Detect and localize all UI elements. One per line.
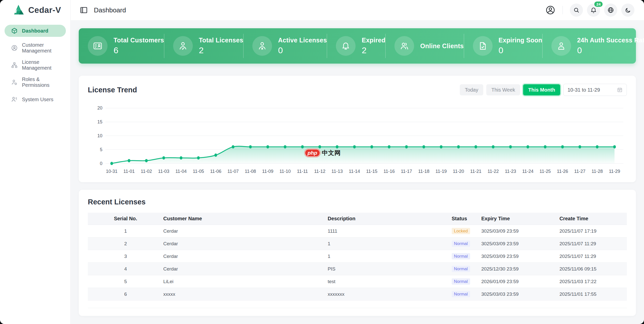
cell-serial: 6 (88, 291, 163, 297)
svg-text:0: 0 (100, 161, 102, 166)
sidebar-item-customer-management[interactable]: Customer Management (5, 42, 66, 54)
dark-mode-toggle[interactable] (621, 4, 634, 17)
svg-text:11-26: 11-26 (557, 169, 568, 174)
filter-this-week[interactable]: This Week (486, 84, 520, 95)
date-range-picker[interactable]: 10-31 to 11-29 (563, 84, 627, 96)
cell-customer: Cerdar (163, 241, 328, 247)
stat-total-customers: Total Customers6 (79, 28, 164, 64)
sidebar-item-roles-permissions[interactable]: Roles & Permissions (5, 76, 66, 88)
svg-text:11-09: 11-09 (262, 169, 274, 174)
person-icon (551, 36, 571, 56)
svg-text:11-07: 11-07 (227, 169, 239, 174)
table-row[interactable]: 5LiLeitestNormal2026/01/09 23:592025/11/… (88, 275, 627, 288)
svg-text:11-13: 11-13 (332, 169, 343, 174)
stat-value: 0 (499, 45, 542, 55)
svg-text:11-06: 11-06 (210, 169, 222, 174)
sidebar-item-label: Dashboard (22, 28, 48, 34)
sidebar-item-license-management[interactable]: License Management (5, 59, 66, 71)
stat-label: 24h Auth Success Rate (577, 37, 644, 44)
search-button[interactable] (570, 4, 583, 17)
stat-active-licenses: Active Licenses0 (243, 28, 327, 64)
stat-label: Total Customers (114, 37, 164, 44)
svg-text:20: 20 (97, 105, 102, 111)
svg-text:11-02: 11-02 (141, 169, 152, 174)
recent-licenses-title: Recent Licenses (88, 198, 627, 206)
svg-text:5: 5 (100, 147, 102, 152)
svg-text:11-27: 11-27 (574, 169, 586, 174)
svg-text:11-03: 11-03 (158, 169, 170, 174)
stat-online-clients: Online Clients (385, 28, 464, 64)
licenses-table: Serial No.Customer NameDescriptionStatus… (88, 213, 627, 308)
filter-today[interactable]: Today (460, 84, 483, 95)
cell-created: 2025/11/07 11:29 (559, 254, 627, 259)
svg-text:11-18: 11-18 (418, 169, 430, 174)
cell-description: 1 (328, 241, 452, 247)
table-row[interactable]: 3Cerdar1Normal3025/03/09 23:592025/11/07… (88, 250, 627, 263)
stat-value: 0 (577, 45, 644, 55)
table-row[interactable]: 4CerdarPISNormal2025/12/30 23:592025/11/… (88, 263, 627, 275)
sidebar-item-label: Customer Management (22, 42, 66, 54)
svg-text:15: 15 (97, 119, 102, 124)
table-header-row: Serial No.Customer NameDescriptionStatus… (88, 213, 627, 225)
stat-value: 0 (278, 45, 327, 55)
notifications-button[interactable]: 24 (587, 4, 600, 17)
svg-text:11-20: 11-20 (453, 169, 464, 174)
cell-serial: 1 (88, 228, 163, 234)
sidebar-item-dashboard[interactable]: Dashboard (5, 25, 66, 37)
status-badge: Locked (452, 228, 470, 234)
cell-expiry: 2025/12/30 23:59 (481, 266, 559, 272)
svg-text:11-01: 11-01 (123, 169, 135, 174)
file-check-icon (473, 36, 493, 56)
col-header-description: Description (328, 216, 452, 222)
table-row[interactable]: 1Cerdar1111Locked3025/03/09 23:592025/11… (88, 225, 627, 237)
svg-text:11-14: 11-14 (349, 169, 360, 174)
svg-text:11-08: 11-08 (245, 169, 256, 174)
sidebar-collapse-icon[interactable] (80, 6, 88, 14)
id-card-icon (88, 36, 108, 56)
filter-this-month[interactable]: This Month (523, 84, 560, 95)
svg-text:11-23: 11-23 (505, 169, 516, 174)
stat-label: Expiring Soon (499, 37, 542, 44)
col-header-serial-no-: Serial No. (88, 216, 163, 222)
cell-description: xxxxxxx (328, 291, 452, 297)
stat-total-licenses: Total Licenses2 (164, 28, 243, 64)
stat-label: Expired (362, 37, 385, 44)
license-trend-title: License Trend (88, 86, 137, 94)
notification-count-badge: 24 (594, 2, 603, 7)
users-group-icon (394, 36, 414, 56)
cedar-logo-icon (13, 4, 25, 16)
svg-text:11-16: 11-16 (384, 169, 395, 174)
sidebar-item-system-users[interactable]: System Users (5, 93, 66, 105)
status-badge: Normal (452, 291, 470, 297)
calendar-icon (617, 87, 623, 93)
cell-customer: xxxxx (163, 291, 328, 297)
license-trend-card: License Trend TodayThis WeekThis Month 1… (79, 76, 636, 182)
svg-text:11-05: 11-05 (193, 169, 204, 174)
recent-licenses-card: Recent Licenses Serial No.Customer NameD… (79, 190, 636, 316)
cell-customer: LiLei (163, 279, 328, 284)
cell-created: 2025/11/06 09:15 (559, 266, 627, 272)
status-badge: Normal (452, 253, 470, 259)
svg-text:11-19: 11-19 (436, 169, 447, 174)
customer-icon (11, 45, 18, 51)
cell-description: test (328, 279, 452, 284)
language-globe-button[interactable] (604, 4, 617, 17)
svg-text:11-17: 11-17 (401, 169, 412, 174)
table-row[interactable]: 2Cerdar1Normal3025/03/09 23:592025/11/07… (88, 237, 627, 250)
cell-created: 2025/11/07 17:19 (559, 228, 627, 234)
sidebar: Cedar-V DashboardCustomer ManagementLice… (0, 0, 71, 324)
stats-banner: Total Customers6Total Licenses2Active Li… (79, 28, 636, 64)
cell-created: 2025/11/07 11:29 (559, 241, 627, 247)
cell-created: 2025/11/01 17:55 (559, 291, 627, 297)
stat-label: Active Licenses (278, 37, 327, 44)
stat-expiring-soon: Expiring Soon0 (464, 28, 542, 64)
dashboard-icon (11, 28, 18, 34)
table-row[interactable]: 6xxxxxxxxxxxxNormal3025/03/03 23:592025/… (88, 288, 627, 301)
sidebar-menu: DashboardCustomer ManagementLicense Mana… (0, 20, 70, 105)
svg-text:11-15: 11-15 (366, 169, 378, 174)
svg-text:11-24: 11-24 (522, 169, 533, 174)
system-users-icon (11, 96, 18, 103)
col-header-create-time: Create Time (559, 216, 627, 222)
user-avatar-icon[interactable] (545, 5, 555, 15)
main-content: Total Customers6Total Licenses2Active Li… (71, 20, 644, 324)
